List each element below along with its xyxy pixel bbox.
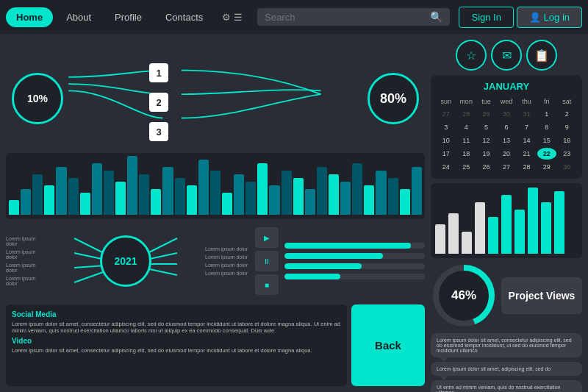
calendar-header: thu: [517, 96, 536, 107]
video-title: Video: [12, 337, 341, 345]
calendar-day[interactable]: 12: [477, 135, 495, 146]
mindmap-left-3: Lorem ipsum dolor: [6, 263, 46, 273]
social-media-card: Social Media Lorem ipsum dolor sit amet,…: [6, 304, 347, 386]
bar-chart-bar: [475, 202, 485, 254]
star-icon-button[interactable]: ☆: [456, 40, 487, 71]
nav-about[interactable]: About: [56, 7, 101, 27]
navbar: Home About Profile Contacts ⚙ ☰ 🔍 Sign I…: [0, 0, 588, 34]
calendar-day[interactable]: 9: [558, 121, 576, 133]
bar-chart-bar: [501, 195, 512, 254]
icon-row: ☆ ✉ 📋: [431, 40, 582, 71]
main-content: 10% 1 2 3 80%: [0, 34, 588, 392]
calendar-day[interactable]: 2: [558, 108, 576, 120]
calendar-header: fri: [537, 96, 556, 107]
bar-chart-bar: [448, 213, 459, 254]
search-icon: 🔍: [430, 11, 442, 23]
calendar-header: mon: [456, 96, 475, 107]
back-button[interactable]: Back: [351, 304, 425, 386]
calendar-day[interactable]: 10: [437, 135, 455, 146]
search-bar: 🔍: [257, 8, 450, 26]
calendar-day[interactable]: 5: [477, 121, 495, 133]
step-2-badge: 2: [149, 93, 168, 112]
left-percentage: 10%: [12, 73, 63, 124]
calendar-day[interactable]: 21: [517, 148, 536, 160]
play-button[interactable]: ▶: [255, 227, 279, 248]
progress-bar: [284, 274, 425, 279]
nav-contacts[interactable]: Contacts: [155, 7, 213, 27]
menu-icon[interactable]: ☰: [234, 12, 243, 23]
sign-in-button[interactable]: Sign In: [459, 7, 513, 28]
calendar-day[interactable]: 15: [537, 135, 556, 146]
gauge-container: 46%: [431, 263, 497, 329]
calendar-day[interactable]: 19: [477, 148, 495, 160]
bubbles-area: Lorem ipsum dolor sit amet, consectetur …: [431, 333, 582, 392]
bubble-3: Ut enim ad minim veniam, quis do nostrud…: [431, 380, 582, 392]
doc-icon-button[interactable]: 📋: [526, 40, 557, 71]
calendar-day[interactable]: 25: [456, 161, 475, 173]
calendar-day[interactable]: 8: [537, 121, 556, 133]
bar-chart-bar: [435, 224, 445, 254]
calendar-day[interactable]: 17: [437, 148, 455, 160]
left-column: 10% 1 2 3 80%: [6, 40, 425, 386]
calendar-day[interactable]: 7: [517, 121, 536, 133]
bubble-1: Lorem ipsum dolor sit amet, consectetur …: [431, 333, 582, 357]
calendar-day[interactable]: 13: [497, 135, 515, 146]
project-views-label: Project Views: [501, 277, 582, 314]
media-controls: ▶ ⏸ ■: [255, 224, 279, 299]
calendar: JANUARY sunmontuewedthufrisat27282930311…: [431, 75, 582, 179]
calendar-header: tue: [477, 96, 495, 107]
bubble-2: Lorem ipsum dolor sit amet, adipiscing e…: [431, 362, 582, 376]
log-in-button[interactable]: 👤 Log in: [517, 7, 582, 28]
calendar-day[interactable]: 23: [558, 148, 576, 160]
nav-profile[interactable]: Profile: [104, 7, 152, 27]
calendar-day[interactable]: 27: [497, 161, 515, 173]
mindmap-container: 2021: [52, 224, 199, 299]
calendar-day[interactable]: 26: [477, 161, 495, 173]
pause-button[interactable]: ⏸: [255, 251, 279, 271]
calendar-day[interactable]: 30: [497, 108, 515, 120]
calendar-day[interactable]: 22: [537, 148, 556, 160]
mindmap-left-text: Lorem ipsum dolor Lorem ipsum dolor Lore…: [6, 224, 46, 299]
calendar-day[interactable]: 20: [497, 148, 515, 160]
flow-lines-svg: [65, 40, 366, 149]
stop-button[interactable]: ■: [255, 274, 279, 295]
calendar-day[interactable]: 1: [537, 108, 556, 120]
mail-icon-button[interactable]: ✉: [491, 40, 522, 71]
bar-chart-bar: [528, 188, 538, 254]
calendar-day[interactable]: 27: [437, 108, 455, 120]
gauge-section: 46% Project Views: [431, 263, 582, 329]
social-text: Lorem ipsum dolor sit amet, consectetur …: [12, 321, 341, 334]
calendar-day[interactable]: 4: [456, 121, 475, 133]
calendar-day[interactable]: 28: [456, 108, 475, 120]
calendar-day[interactable]: 14: [517, 135, 536, 146]
waveform-chart: [6, 153, 425, 219]
calendar-day[interactable]: 28: [517, 161, 536, 173]
calendar-day[interactable]: 29: [477, 108, 495, 120]
calendar-day[interactable]: 30: [558, 161, 576, 173]
gear-icon[interactable]: ⚙: [222, 12, 231, 23]
mindmap-year: 2021: [100, 235, 151, 287]
calendar-day[interactable]: 3: [437, 121, 455, 133]
social-title: Social Media: [12, 310, 341, 318]
video-text: Lorem ipsum dolor sit amet, consectetur …: [12, 347, 341, 354]
mindmap-left-2: Lorem ipsum dolor: [6, 249, 46, 260]
calendar-day[interactable]: 6: [497, 121, 515, 133]
calendar-header: sat: [558, 96, 576, 107]
calendar-day[interactable]: 16: [558, 135, 576, 146]
calendar-day[interactable]: 29: [537, 161, 556, 173]
calendar-day[interactable]: 24: [437, 161, 455, 173]
nav-settings: ⚙ ☰: [216, 12, 248, 23]
gauge-value: 46%: [451, 288, 476, 303]
bar-chart-bar: [462, 232, 472, 254]
progress-bar: [284, 243, 425, 249]
calendar-grid: sunmontuewedthufrisat2728293031123456789…: [437, 96, 576, 173]
mindmap-right-2: Lorem ipsum dolor: [205, 254, 249, 260]
bar-chart: [431, 183, 582, 258]
nav-home[interactable]: Home: [6, 7, 53, 27]
search-input[interactable]: [265, 12, 430, 23]
progress-bar: [284, 263, 425, 269]
calendar-day[interactable]: 11: [456, 135, 475, 146]
calendar-day[interactable]: 18: [456, 148, 475, 160]
calendar-day[interactable]: 31: [517, 108, 536, 120]
user-icon: 👤: [529, 12, 544, 23]
